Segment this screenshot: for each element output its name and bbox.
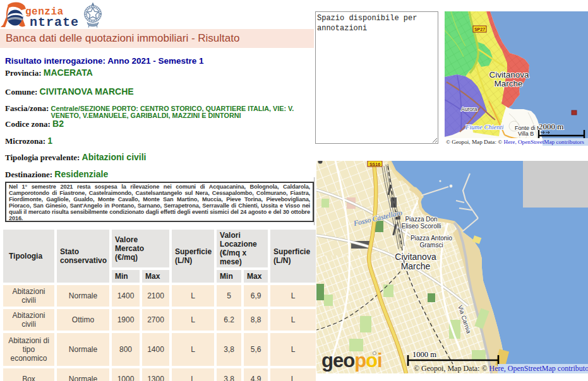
svg-text:© Geopoi, Map Data: © Here, Op: © Geopoi, Map Data: © Here, OpenStreetMa… xyxy=(414,364,588,373)
svg-text:Villa B: Villa B xyxy=(518,131,534,137)
svg-text:Piazza Antonio: Piazza Antonio xyxy=(411,235,453,242)
svg-text:Marche: Marche xyxy=(401,261,431,271)
svg-text:Gramsci: Gramsci xyxy=(419,242,443,249)
svg-text:2000 m: 2000 m xyxy=(539,122,563,131)
svg-text:Civitanova: Civitanova xyxy=(395,252,436,262)
svg-text:Piazza Don: Piazza Don xyxy=(405,216,437,223)
svg-text:Marche: Marche xyxy=(494,79,522,88)
svg-text:Fiume Chienti: Fiume Chienti xyxy=(465,124,503,131)
svg-text:SS16: SS16 xyxy=(369,162,380,167)
svg-text:SP27: SP27 xyxy=(474,27,485,32)
svg-text:Aurora: Aurora xyxy=(461,106,477,112)
svg-text:1000 m: 1000 m xyxy=(412,350,436,359)
svg-text:Civitanova: Civitanova xyxy=(489,70,529,79)
svg-text:© Geopoi, Map Data: © Here, Op: © Geopoi, Map Data: © Here, OpenStreetMa… xyxy=(446,139,584,145)
svg-text:Eliseo Scorolli: Eliseo Scorolli xyxy=(402,223,441,230)
svg-text:ntrate: ntrate xyxy=(30,15,79,29)
